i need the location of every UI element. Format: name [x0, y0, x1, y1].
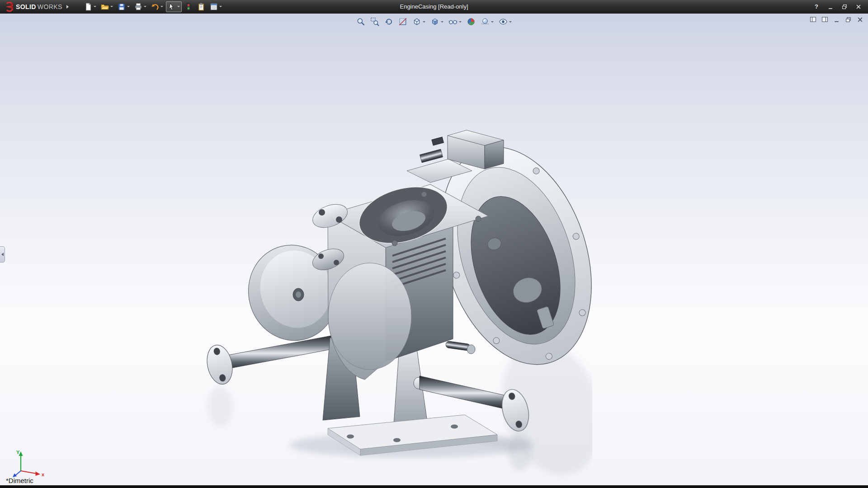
heads-up-toolbar — [354, 16, 514, 28]
options-button[interactable] — [208, 1, 224, 12]
titlebar[interactable]: SOLIDWORKS — [0, 0, 868, 14]
minimize-button[interactable] — [826, 3, 835, 11]
options-icon — [210, 3, 218, 11]
doc-close-icon — [857, 16, 863, 23]
pane-layout-left-icon — [809, 16, 817, 23]
zoom-to-fit-icon — [356, 17, 365, 26]
apply-scene-button[interactable] — [479, 16, 495, 28]
view-orientation-icon — [412, 17, 421, 26]
file-properties-icon — [197, 3, 205, 11]
pane-layout-right-icon — [821, 16, 829, 23]
window-controls: ? — [811, 3, 868, 11]
file-properties-button[interactable] — [195, 1, 207, 12]
open-button[interactable] — [99, 1, 115, 12]
edit-appearance-icon — [467, 17, 476, 26]
logo-text-works: WORKS — [38, 3, 62, 10]
solidworks-logo: SOLIDWORKS — [0, 2, 71, 12]
view-settings-button[interactable] — [497, 16, 514, 28]
section-view-icon — [398, 17, 407, 26]
minimize-icon — [827, 4, 834, 10]
undo-icon — [151, 3, 159, 11]
save-button[interactable] — [116, 1, 132, 12]
hide-show-items-glasses-icon — [448, 17, 458, 26]
zoom-to-fit-button[interactable] — [354, 16, 367, 28]
open-folder-icon — [101, 3, 109, 11]
new-document-icon — [84, 3, 92, 11]
rebuild-button[interactable] — [183, 1, 194, 12]
logo-text-solid: SOLID — [16, 3, 36, 10]
select-tool-button[interactable] — [166, 1, 182, 12]
document-title: EngineCasing [Read-only] — [400, 0, 468, 14]
triad-x-label: x — [42, 472, 45, 477]
view-orientation-button[interactable] — [410, 16, 427, 28]
pane-layout-right-button[interactable] — [820, 15, 829, 23]
view-orientation-label: *Dimetric — [6, 477, 33, 484]
status-bar — [0, 485, 868, 488]
doc-close-button[interactable] — [855, 15, 864, 23]
restore-icon — [841, 4, 848, 10]
doc-minimize-icon — [833, 16, 840, 23]
rebuild-traffic-light-icon — [184, 3, 193, 11]
display-style-button[interactable] — [429, 16, 445, 28]
menu-flyout-arrow[interactable] — [66, 5, 69, 9]
solidworks-window: SOLIDWORKS — [0, 0, 868, 488]
close-button[interactable] — [854, 3, 863, 11]
document-window-controls — [808, 15, 864, 23]
previous-view-button[interactable] — [382, 16, 395, 28]
pane-layout-left-button[interactable] — [808, 15, 817, 23]
doc-minimize-button[interactable] — [832, 15, 841, 23]
engine-mount-shaft-left — [203, 335, 334, 387]
undo-button[interactable] — [149, 1, 165, 12]
doc-restore-icon — [845, 16, 852, 23]
collapse-arrow-icon — [1, 253, 4, 256]
previous-view-icon — [384, 17, 393, 26]
edit-appearance-button[interactable] — [465, 16, 477, 28]
engine-casing-model[interactable] — [194, 127, 592, 483]
zoom-to-area-button[interactable] — [368, 16, 381, 28]
triad-y-label: Y — [16, 450, 20, 455]
view-settings-eye-icon — [499, 17, 508, 26]
featuremanager-collapse-tab[interactable] — [0, 246, 5, 263]
new-document-button[interactable] — [82, 1, 98, 12]
help-button[interactable]: ? — [811, 3, 821, 11]
section-view-button[interactable] — [396, 16, 409, 28]
save-icon — [118, 3, 126, 11]
ds-logo-icon — [4, 2, 14, 12]
graphics-area[interactable]: Y x *Dimetric — [0, 14, 868, 485]
doc-restore-button[interactable] — [844, 15, 853, 23]
zoom-to-area-icon — [370, 17, 379, 26]
restore-button[interactable] — [840, 3, 849, 11]
print-button[interactable] — [132, 1, 148, 12]
output-shaft — [445, 341, 475, 354]
main-toolbar — [82, 1, 224, 12]
apply-scene-icon — [481, 17, 490, 26]
select-cursor-icon — [168, 3, 176, 11]
close-icon — [855, 4, 862, 10]
display-style-icon — [430, 17, 439, 26]
print-icon — [134, 3, 142, 11]
hide-show-items-button[interactable] — [447, 16, 463, 28]
